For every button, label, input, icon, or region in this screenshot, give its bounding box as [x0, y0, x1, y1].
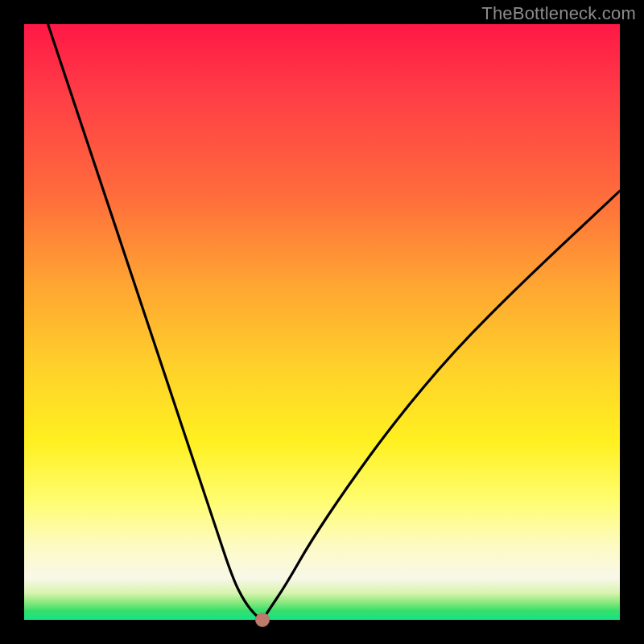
curve-layer — [24, 24, 620, 620]
bottleneck-curve — [48, 24, 620, 618]
minimum-marker — [255, 613, 270, 627]
watermark-text: TheBottleneck.com — [481, 3, 636, 24]
chart-frame: TheBottleneck.com — [0, 0, 644, 644]
plot-area — [24, 24, 620, 620]
